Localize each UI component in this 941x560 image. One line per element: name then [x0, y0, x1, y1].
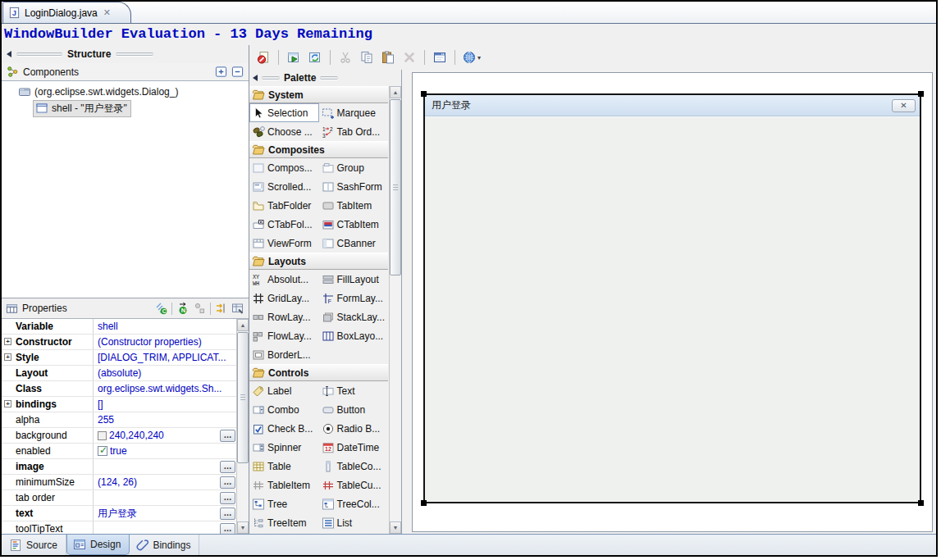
palette-item-spinner[interactable]: Spinner [249, 438, 319, 457]
property-row-alpha[interactable]: alpha255 [2, 412, 236, 428]
property-value[interactable]: (absolute) [94, 366, 236, 380]
ellipsis-button[interactable]: … [220, 492, 235, 504]
property-value[interactable]: … [94, 459, 236, 474]
palette-item-combo[interactable]: Combo [249, 400, 319, 419]
property-row-style[interactable]: +Style[DIALOG_TRIM, APPLICAT... [2, 350, 236, 366]
property-row-class[interactable]: Classorg.eclipse.swt.widgets.Sh... [2, 381, 236, 397]
property-value[interactable]: … [94, 490, 236, 505]
palette-item-cbanner[interactable]: CBanner [319, 234, 389, 253]
dropdown-arrow-icon[interactable]: ▾ [477, 54, 481, 61]
property-value[interactable]: true [94, 444, 236, 458]
run-test-button[interactable] [284, 48, 304, 67]
properties-scrollbar[interactable]: ▲ ▼ [236, 319, 249, 534]
palette-item-toolbar[interactable]: ToolBar [249, 532, 319, 534]
palette-item-list[interactable]: List [319, 513, 389, 532]
tab-source[interactable]: Source [3, 535, 66, 555]
collapse-all-button[interactable] [231, 66, 244, 78]
palette-item-formlay[interactable]: FFormLay... [319, 289, 389, 307]
palette-item-treecol[interactable]: TreeCol... [319, 494, 389, 513]
property-row-image[interactable]: image… [2, 459, 236, 475]
window-button[interactable] [430, 48, 450, 67]
property-row-constructor[interactable]: +Constructor(Constructor properties) [2, 335, 236, 350]
scroll-up-icon[interactable]: ▲ [390, 86, 401, 98]
tree-item-org-eclipse-swt-widgets-dialog[interactable]: (org.eclipse.swt.widgets.Dialog_) [2, 84, 249, 100]
dialog-titlebar[interactable]: 用户登录 ✕ [425, 95, 920, 116]
property-value[interactable]: 240,240,240… [94, 428, 236, 443]
palette-item-choose[interactable]: Choose ... [249, 122, 319, 141]
collapse-palette-icon[interactable] [253, 75, 258, 81]
property-value[interactable]: … [94, 521, 236, 534]
palette-item-compos[interactable]: Compos... [249, 158, 319, 177]
palette-item-tree[interactable]: Tree [249, 494, 319, 513]
tab-bindings[interactable]: Bindings [130, 535, 199, 555]
property-row-minimumsize[interactable]: minimumSize(124, 26)… [2, 475, 236, 490]
scrollbar-thumb[interactable] [237, 332, 249, 463]
scrollbar-thumb[interactable] [390, 99, 401, 275]
tab-close-icon[interactable]: ✕ [103, 7, 111, 18]
property-row-tab-order[interactable]: tab order… [2, 490, 236, 506]
property-row-background[interactable]: background240,240,240… [2, 428, 236, 444]
ellipsis-button[interactable]: … [220, 430, 235, 442]
property-value[interactable]: shell [94, 319, 236, 334]
property-value[interactable]: [] [94, 397, 236, 412]
tree-item-shell-用户登录[interactable]: shell - "用户登录" [2, 100, 249, 116]
advanced-properties-button[interactable] [192, 301, 207, 316]
designed-dialog-shell[interactable]: 用户登录 ✕ [423, 93, 921, 503]
property-row-variable[interactable]: Variableshell [2, 319, 236, 335]
palette-item-treeitem[interactable]: TreeItem [249, 513, 319, 532]
expand-icon[interactable]: + [4, 338, 11, 345]
palette-item-text[interactable]: Text [319, 381, 389, 400]
palette-item-flowlay[interactable]: FlowLay... [249, 326, 319, 345]
scroll-down-icon[interactable]: ▼ [390, 521, 401, 534]
palette-category-composites[interactable]: Composites [249, 141, 388, 158]
palette-item-selection[interactable]: Selection [249, 103, 319, 122]
ellipsis-button[interactable]: … [220, 461, 235, 473]
palette-item-viewform[interactable]: ViewForm [249, 234, 319, 253]
show-events-button[interactable]: C [153, 301, 168, 316]
scroll-down-icon[interactable]: ▼ [237, 521, 249, 534]
property-row-enabled[interactable]: enabledtrue [2, 444, 236, 459]
palette-scrollbar[interactable]: ▲ ▼ [389, 86, 401, 534]
palette-category-controls[interactable]: Controls [249, 364, 388, 381]
palette-item-datetime[interactable]: 12DateTime [319, 438, 389, 457]
paste-button[interactable] [378, 48, 398, 67]
selection-handle[interactable] [421, 500, 427, 506]
selection-handle[interactable] [918, 500, 924, 506]
copy-button[interactable] [357, 48, 377, 67]
palette-item-toolitem[interactable]: ToolItem [319, 532, 389, 534]
property-value[interactable]: org.eclipse.swt.widgets.Sh... [94, 381, 236, 396]
palette-item-scrolled[interactable]: Scrolled... [249, 177, 319, 196]
palette-item-tableitem[interactable]: TableItem [249, 476, 319, 494]
ellipsis-button[interactable]: … [220, 523, 235, 535]
property-row-layout[interactable]: Layout(absolute) [2, 366, 236, 381]
restore-defaults-button[interactable] [231, 301, 245, 316]
palette-item-marquee[interactable]: Marquee [319, 103, 389, 122]
expand-icon[interactable]: + [4, 353, 11, 361]
palette-item-tab-ord[interactable]: 123Tab Ord... [319, 122, 389, 141]
dialog-client-area[interactable] [425, 116, 920, 502]
property-value[interactable]: 用户登录… [94, 506, 236, 521]
refresh-button[interactable] [305, 48, 325, 67]
property-row-bindings[interactable]: +bindings[] [2, 397, 236, 412]
selection-handle[interactable] [421, 91, 427, 97]
palette-item-stacklay[interactable]: StackLay... [319, 307, 389, 326]
scroll-up-icon[interactable]: ▲ [237, 319, 249, 331]
test-exit-button[interactable] [254, 48, 273, 67]
palette-item-boxlayo[interactable]: BoxLayo... [319, 326, 389, 345]
property-value[interactable]: [DIALOG_TRIM, APPLICAT... [94, 350, 236, 365]
property-row-tooltiptext[interactable]: toolTipText… [2, 521, 236, 534]
selection-handle[interactable] [918, 91, 924, 97]
collapse-left-icon[interactable] [7, 51, 11, 57]
palette-item-group[interactable]: Group [319, 158, 389, 177]
ellipsis-button[interactable]: … [220, 508, 235, 520]
expand-all-button[interactable] [215, 66, 227, 78]
palette-item-rowlay[interactable]: RowLay... [249, 307, 319, 326]
palette-item-label[interactable]: Label [249, 381, 319, 400]
palette-category-layouts[interactable]: Layouts [249, 253, 388, 270]
palette-item-tablecu[interactable]: TableCu... [319, 476, 389, 494]
property-row-text[interactable]: text用户登录… [2, 506, 236, 521]
palette-item-table[interactable]: Table [249, 457, 319, 476]
property-value[interactable]: (124, 26)… [94, 475, 236, 489]
dialog-close-icon[interactable]: ✕ [892, 99, 916, 112]
palette-item-radio-b[interactable]: Radio B... [319, 419, 389, 438]
